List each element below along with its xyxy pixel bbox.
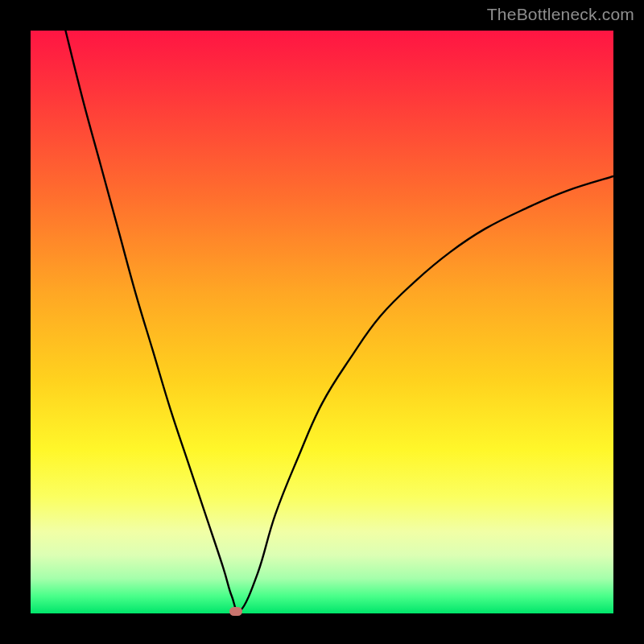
chart-plot-area <box>31 31 613 613</box>
optimal-point-marker <box>229 607 242 616</box>
watermark-text: TheBottleneck.com <box>487 5 634 24</box>
chart-frame: TheBottleneck.com <box>0 0 644 644</box>
bottleneck-curve <box>31 31 613 613</box>
